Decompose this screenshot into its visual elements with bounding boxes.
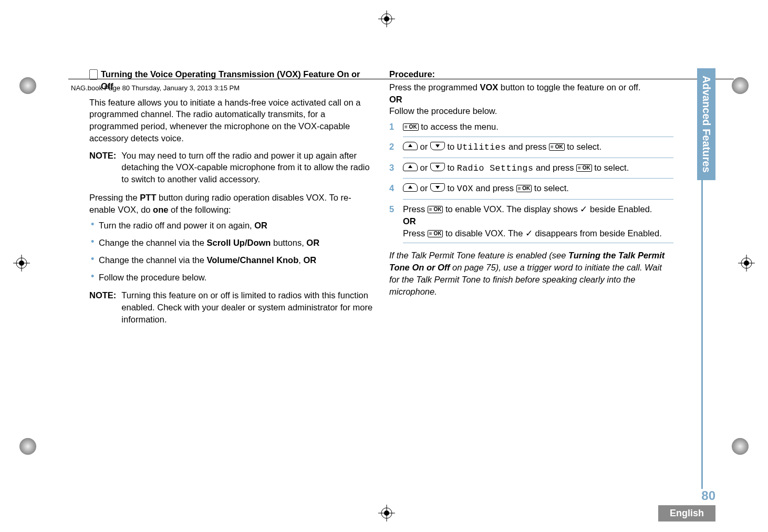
procedure-label: Procedure: — [389, 68, 673, 80]
svg-point-19 — [732, 438, 749, 455]
check-icon: ✓ — [580, 204, 587, 214]
language-tab: English — [658, 505, 715, 521]
procedure-intro: Press the programmed VOX button to toggl… — [389, 81, 673, 93]
registration-mark-right — [738, 255, 755, 272]
list-item: Change the channel via the Scroll Up/Dow… — [89, 237, 373, 249]
ok-button-icon: ≡ OK — [403, 123, 419, 131]
side-tab: Advanced Features — [697, 68, 715, 180]
down-arrow-icon — [430, 163, 445, 171]
step-row: 3 or to Radio Settings and press ≡ OK to… — [389, 158, 673, 179]
or-label: OR — [403, 216, 416, 226]
svg-point-18 — [19, 438, 36, 455]
check-icon: ✓ — [525, 228, 533, 238]
ok-button-icon: ≡ OK — [428, 206, 443, 213]
up-arrow-icon — [403, 183, 418, 192]
down-arrow-icon — [430, 183, 445, 192]
step-number: 1 — [389, 121, 398, 133]
up-arrow-icon — [403, 163, 418, 171]
step-row: 2 or to Utilities and press ≡ OK to sele… — [389, 137, 673, 158]
svg-point-16 — [19, 77, 36, 94]
intro-paragraph: This feature allows you to initiate a ha… — [89, 97, 373, 144]
right-column: Procedure: Press the programmed VOX butt… — [389, 68, 673, 479]
ok-button-icon: ≡ OK — [516, 185, 532, 192]
footnote: If the Talk Permit Tone feature is enabl… — [389, 249, 673, 297]
step-number: 2 — [389, 141, 398, 154]
up-arrow-icon — [403, 142, 418, 150]
registration-mark-bottom — [378, 505, 395, 521]
registration-mark-left — [13, 255, 30, 272]
step-row: 4 or to VOX and press ≡ OK to select. — [389, 179, 673, 199]
registration-mark-top — [378, 11, 395, 27]
print-dot-icon — [18, 437, 37, 456]
bullet-list: Turn the radio off and power it on again… — [89, 220, 373, 283]
ok-button-icon: ≡ OK — [428, 230, 443, 237]
step-row: 5 Press ≡ OK to enable VOX. The display … — [389, 200, 673, 243]
procedure-intro2: Follow the procedure below. — [389, 105, 673, 117]
section-icon — [89, 69, 98, 80]
list-item: Follow the procedure below. — [89, 272, 373, 284]
ok-button-icon: ≡ OK — [576, 164, 592, 172]
list-item: Turn the radio off and power it on again… — [89, 220, 373, 232]
print-dot-icon — [18, 76, 37, 95]
note-label: NOTE: — [89, 289, 116, 325]
print-dot-icon — [731, 437, 750, 456]
page-number: 80 — [701, 488, 715, 503]
down-arrow-icon — [430, 142, 445, 150]
note-label: NOTE: — [89, 150, 116, 185]
note-text: Turning this feature on or off is limite… — [121, 289, 373, 325]
note-text: You may need to turn off the radio and p… — [121, 150, 373, 185]
paragraph: Pressing the PTT button during radio ope… — [89, 192, 373, 216]
side-rule — [701, 176, 703, 489]
step-number: 3 — [389, 162, 398, 175]
section-title: Turning the Voice Operating Transmission… — [101, 68, 373, 92]
left-column: Turning the Voice Operating Transmission… — [89, 68, 373, 479]
list-item: Change the channel via the Volume/Channe… — [89, 254, 373, 266]
svg-point-17 — [732, 77, 749, 94]
step-row: 1 ≡ OK to access the menu. — [389, 117, 673, 137]
or-label: OR — [389, 95, 402, 104]
ok-button-icon: ≡ OK — [549, 143, 565, 151]
step-number: 5 — [389, 203, 398, 239]
step-number: 4 — [389, 182, 398, 195]
